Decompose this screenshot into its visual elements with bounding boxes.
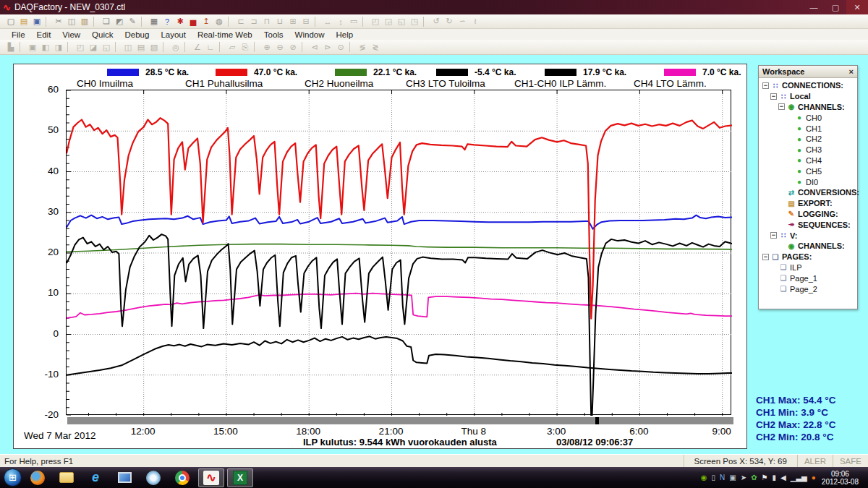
zoom-fit-icon[interactable]: ⊘ <box>286 41 299 53</box>
tree-item-v[interactable]: −∷V: <box>761 230 857 241</box>
align-top-icon[interactable]: ⊓ <box>260 16 273 27</box>
time-axis-scrollbar[interactable] <box>67 417 733 424</box>
camera-icon[interactable]: ▱ <box>226 41 239 53</box>
find-icon[interactable]: ◎ <box>169 41 182 53</box>
pc-tray-icon[interactable]: ▣ <box>729 474 736 481</box>
tree-item-page-1[interactable]: ❏Page_1 <box>761 273 857 283</box>
tree-item-page-2[interactable]: ❏Page_2 <box>761 283 857 294</box>
signal-tray-icon[interactable]: ▁▃▅ <box>791 474 807 481</box>
device-tray-icon[interactable]: ▯ <box>712 474 716 481</box>
graph-del-icon[interactable]: ▧ <box>148 41 161 53</box>
tree-item-ch3[interactable]: ●CH3 <box>761 145 857 155</box>
open-icon[interactable]: ▤ <box>17 16 30 27</box>
center-v-icon[interactable]: ⊟ <box>299 16 312 27</box>
autoscale-icon[interactable]: ≶ <box>356 41 369 53</box>
align-left-icon[interactable]: ⊏ <box>234 16 247 27</box>
tree-expander-icon[interactable]: − <box>762 82 769 89</box>
tree-item-ilp[interactable]: ❏ILP <box>761 262 857 273</box>
close-button[interactable]: ✕ <box>846 0 868 14</box>
excel-icon[interactable]: X <box>227 468 253 487</box>
sync-tray-icon[interactable]: ✿ <box>751 474 757 481</box>
chrome-icon[interactable] <box>169 468 195 487</box>
tree-item-logging[interactable]: ✎LOGGING: <box>761 209 857 220</box>
clone-icon[interactable]: ◩ <box>113 16 126 27</box>
menu-debug[interactable]: Debug <box>119 30 155 39</box>
pan-right-icon[interactable]: ⊳ <box>321 41 334 53</box>
menu-view[interactable]: View <box>56 30 86 39</box>
graph-add-icon[interactable]: ◫ <box>122 41 135 53</box>
cursor-tray-icon[interactable]: ➤ <box>741 474 746 481</box>
help-icon[interactable]: ? <box>161 16 174 27</box>
display-icon[interactable] <box>111 468 137 487</box>
edit-mode-icon[interactable]: ▙ <box>4 41 17 53</box>
taskbar-clock[interactable]: 09:06 2012-03-08 <box>819 470 864 486</box>
zoom-out-icon[interactable]: ⊖ <box>273 41 286 53</box>
page-next-icon[interactable]: ◱ <box>100 41 113 53</box>
ungroup-icon[interactable]: ◳ <box>408 16 421 27</box>
rotate-right-icon[interactable]: ↻ <box>443 16 456 27</box>
menu-file[interactable]: File <box>6 30 31 39</box>
same-size-icon[interactable]: ▭ <box>347 16 360 27</box>
ie-icon[interactable]: e <box>82 468 109 487</box>
trend-icon[interactable]: ∠ <box>191 41 204 53</box>
workspace-header[interactable]: Workspace × <box>759 66 857 78</box>
tree-expander-icon[interactable]: − <box>762 254 769 260</box>
tree-item-ch4[interactable]: ●CH4 <box>761 155 857 166</box>
tree-expander-icon[interactable]: − <box>770 93 777 100</box>
tree-expander-icon[interactable]: − <box>770 232 777 239</box>
safari-icon[interactable] <box>140 468 166 487</box>
volume-tray-icon[interactable]: ◀ <box>780 474 786 481</box>
flip-icon[interactable]: ∽ <box>456 16 469 27</box>
lock-icon[interactable]: ▣ <box>26 41 39 53</box>
reset-icon[interactable]: ≀ <box>469 16 482 27</box>
minimize-button[interactable]: — <box>803 0 825 14</box>
onenote-tray-icon[interactable]: N <box>720 474 725 481</box>
zoom-in-icon[interactable]: ⊕ <box>260 41 273 53</box>
menu-window[interactable]: Window <box>289 30 331 39</box>
brush-icon[interactable]: ✎ <box>126 16 139 27</box>
align-bottom-icon[interactable]: ⊔ <box>273 16 286 27</box>
page-prev-icon[interactable]: ◰ <box>74 41 87 53</box>
pan-reset-icon[interactable]: ⊙ <box>334 41 347 53</box>
tree-item-ch1[interactable]: ●CH1 <box>761 123 857 134</box>
flag-tray-icon[interactable]: ⚑ <box>762 474 768 481</box>
tree-item-pages[interactable]: −❏PAGES: <box>761 252 857 262</box>
workspace-close-icon[interactable]: × <box>849 67 854 76</box>
tree-item-di0[interactable]: ●DI0 <box>761 176 857 187</box>
freeze-icon[interactable]: ≷ <box>369 41 382 53</box>
web-update-icon[interactable]: ◍ <box>213 16 226 27</box>
tree-expander-icon[interactable]: − <box>778 103 785 110</box>
menu-help[interactable]: Help <box>331 30 359 39</box>
tree-item-ch0[interactable]: ●CH0 <box>761 112 857 123</box>
same-width-icon[interactable]: ↔ <box>321 16 334 27</box>
firefox-icon[interactable] <box>25 468 51 487</box>
menu-quick[interactable]: Quick <box>86 30 119 39</box>
menu-tools[interactable]: Tools <box>258 30 289 39</box>
menu-real-time-web[interactable]: Real-time Web <box>192 30 258 39</box>
battery-tray-icon[interactable]: ▮ <box>773 474 777 481</box>
tree-item-conversions[interactable]: ⇄CONVERSIONS: <box>761 187 857 198</box>
menu-edit[interactable]: Edit <box>31 30 57 39</box>
save-icon[interactable]: ▣ <box>30 16 43 27</box>
nvidia-tray-icon[interactable]: ◉ <box>701 474 707 481</box>
chart-icon[interactable]: ▅ <box>187 16 200 27</box>
lock-all-icon[interactable]: ◨ <box>52 41 65 53</box>
maximize-button[interactable]: ▢ <box>825 0 846 14</box>
start-button[interactable]: ⊞ <box>4 468 22 487</box>
avg-tray-icon[interactable]: ● <box>812 474 816 481</box>
cut-icon[interactable]: ✂ <box>52 16 65 27</box>
bring-front-icon[interactable]: ◰ <box>369 16 382 27</box>
stamp-icon[interactable]: ❏ <box>100 16 113 27</box>
tools-icon[interactable]: ✱ <box>174 16 187 27</box>
tree-item-ch2[interactable]: ●CH2 <box>761 134 857 145</box>
align-right-icon[interactable]: ⊐ <box>247 16 260 27</box>
page-list-icon[interactable]: ◪ <box>87 41 100 53</box>
print-icon[interactable]: ▦ <box>148 16 161 27</box>
tree-item-sequences[interactable]: ↠SEQUENCES: <box>761 219 857 230</box>
copy-page-icon[interactable]: ⎘ <box>239 41 252 53</box>
daqfactory-icon[interactable]: ∿ <box>198 468 224 487</box>
tree-item-channels[interactable]: −◉CHANNELS: <box>761 102 857 113</box>
center-h-icon[interactable]: ⊞ <box>286 16 299 27</box>
explorer-icon[interactable] <box>54 468 80 487</box>
pan-left-icon[interactable]: ⊲ <box>308 41 321 53</box>
